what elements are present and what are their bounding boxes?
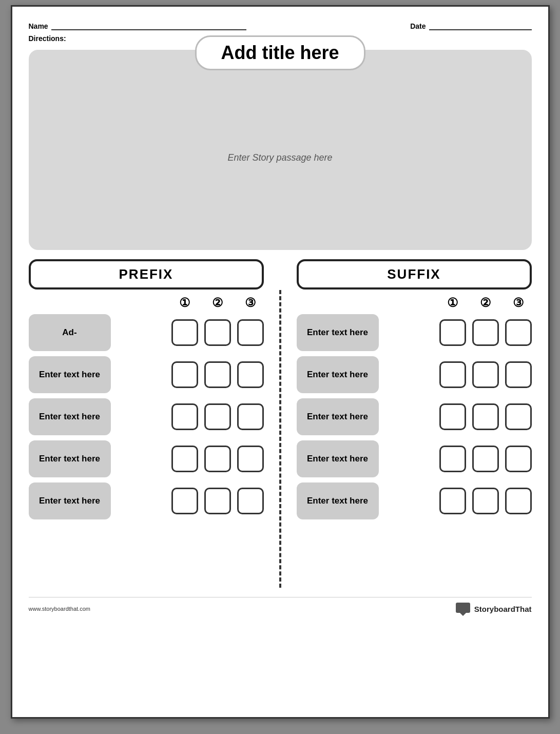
suffix-row-4-cb-1[interactable] xyxy=(439,446,466,472)
suffix-col-num-2: ② xyxy=(472,296,499,310)
prefix-row-5-cb-2[interactable] xyxy=(204,488,231,514)
name-label: Name xyxy=(29,22,48,30)
prefix-row-2-cb-2[interactable] xyxy=(204,361,231,388)
suffix-row-5-label: Enter text here xyxy=(297,482,379,519)
svg-marker-1 xyxy=(460,613,466,616)
date-underline[interactable] xyxy=(429,21,532,30)
name-field: Name xyxy=(29,21,246,30)
prefix-row-4-cb-2[interactable] xyxy=(204,446,231,472)
suffix-col-num-3: ③ xyxy=(505,296,532,310)
suffix-row-4-label: Enter text here xyxy=(297,440,379,477)
suffix-row-2-cb-1[interactable] xyxy=(439,361,466,388)
title-section: Add title here Enter Story passage here xyxy=(29,50,532,250)
suffix-row-3-checkboxes xyxy=(384,403,532,430)
prefix-section: PREFIX ① ② ③ Ad- Enter text here xyxy=(29,259,274,588)
suffix-section: SUFFIX ① ② ③ Enter text here Enter text … xyxy=(286,259,532,588)
suffix-row-4: Enter text here xyxy=(297,440,532,477)
header-row: Name Date xyxy=(29,21,532,30)
suffix-row-5-cb-2[interactable] xyxy=(472,488,499,514)
prefix-row-1-cb-1[interactable] xyxy=(171,319,198,346)
prefix-row-1-cb-3[interactable] xyxy=(237,319,264,346)
prefix-row-5-cb-3[interactable] xyxy=(237,488,264,514)
suffix-row-3-cb-1[interactable] xyxy=(439,403,466,430)
story-box: Add title here Enter Story passage here xyxy=(29,50,532,250)
prefix-row-5-checkboxes xyxy=(116,488,264,514)
prefix-row-5-cb-1[interactable] xyxy=(171,488,198,514)
suffix-row-4-checkboxes xyxy=(384,446,532,472)
prefix-row-5: Enter text here xyxy=(29,482,264,519)
prefix-row-2-checkboxes xyxy=(116,361,264,388)
prefix-suffix-section: PREFIX ① ② ③ Ad- Enter text here xyxy=(29,259,532,588)
suffix-row-3: Enter text here xyxy=(297,398,532,435)
prefix-col-num-1: ① xyxy=(171,296,198,310)
suffix-row-2-cb-3[interactable] xyxy=(505,361,532,388)
prefix-row-4-cb-3[interactable] xyxy=(237,446,264,472)
prefix-label: PREFIX xyxy=(29,259,264,289)
prefix-row-2: Enter text here xyxy=(29,356,264,393)
prefix-col-num-2: ② xyxy=(204,296,231,310)
worksheet-page: Name Date Directions: Add title here Ent… xyxy=(11,5,550,719)
suffix-row-3-cb-2[interactable] xyxy=(472,403,499,430)
prefix-row-4-cb-1[interactable] xyxy=(171,446,198,472)
prefix-col-numbers: ① ② ③ xyxy=(29,296,264,310)
suffix-label: SUFFIX xyxy=(297,259,532,289)
suffix-row-1-label: Enter text here xyxy=(297,314,379,351)
prefix-row-5-label: Enter text here xyxy=(29,482,111,519)
suffix-row-2-cb-2[interactable] xyxy=(472,361,499,388)
prefix-row-3-label: Enter text here xyxy=(29,398,111,435)
suffix-row-3-cb-3[interactable] xyxy=(505,403,532,430)
suffix-row-4-cb-3[interactable] xyxy=(505,446,532,472)
suffix-row-3-label: Enter text here xyxy=(297,398,379,435)
prefix-col-num-3: ③ xyxy=(237,296,264,310)
prefix-row-1-checkboxes xyxy=(116,319,264,346)
prefix-row-1-cb-2[interactable] xyxy=(204,319,231,346)
footer-brand: StoryboardThat xyxy=(455,602,532,616)
prefix-row-2-cb-3[interactable] xyxy=(237,361,264,388)
suffix-row-4-cb-2[interactable] xyxy=(472,446,499,472)
suffix-row-5: Enter text here xyxy=(297,482,532,519)
prefix-row-3-cb-2[interactable] xyxy=(204,403,231,430)
suffix-row-1-cb-1[interactable] xyxy=(439,319,466,346)
suffix-row-1-checkboxes xyxy=(384,319,532,346)
suffix-col-numbers: ① ② ③ xyxy=(297,296,532,310)
suffix-row-2-label: Enter text here xyxy=(297,356,379,393)
prefix-row-3: Enter text here xyxy=(29,398,264,435)
suffix-row-5-cb-3[interactable] xyxy=(505,488,532,514)
suffix-row-2: Enter text here xyxy=(297,356,532,393)
suffix-row-1-cb-2[interactable] xyxy=(472,319,499,346)
title-badge[interactable]: Add title here xyxy=(195,35,365,70)
prefix-row-3-cb-3[interactable] xyxy=(237,403,264,430)
svg-rect-0 xyxy=(456,603,470,613)
prefix-row-2-label: Enter text here xyxy=(29,356,111,393)
suffix-row-1: Enter text here xyxy=(297,314,532,351)
footer: www.storyboardthat.com StoryboardThat xyxy=(29,597,532,616)
suffix-row-2-checkboxes xyxy=(384,361,532,388)
prefix-row-4-label: Enter text here xyxy=(29,440,111,477)
suffix-row-5-checkboxes xyxy=(384,488,532,514)
footer-url: www.storyboardthat.com xyxy=(29,606,90,612)
prefix-row-4-checkboxes xyxy=(116,446,264,472)
suffix-col-num-1: ① xyxy=(439,296,466,310)
prefix-row-3-cb-1[interactable] xyxy=(171,403,198,430)
suffix-row-5-cb-1[interactable] xyxy=(439,488,466,514)
name-underline[interactable] xyxy=(51,21,246,30)
date-label: Date xyxy=(410,22,426,30)
prefix-row-1: Ad- xyxy=(29,314,264,351)
prefix-row-1-label: Ad- xyxy=(29,314,111,351)
prefix-row-4: Enter text here xyxy=(29,440,264,477)
prefix-row-2-cb-1[interactable] xyxy=(171,361,198,388)
storyboard-icon xyxy=(455,602,471,616)
brand-name: StoryboardThat xyxy=(474,605,532,613)
date-field: Date xyxy=(410,21,531,30)
section-divider xyxy=(279,290,281,588)
story-placeholder[interactable]: Enter Story passage here xyxy=(227,152,332,163)
suffix-row-1-cb-3[interactable] xyxy=(505,319,532,346)
prefix-row-3-checkboxes xyxy=(116,403,264,430)
